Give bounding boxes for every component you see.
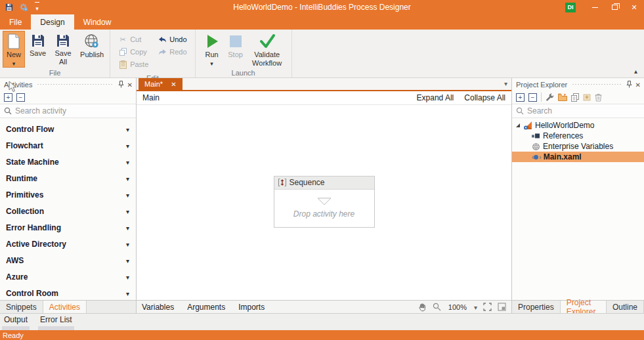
category-control-room[interactable]: Control Room xyxy=(0,285,136,300)
tab-error-list[interactable]: Error List xyxy=(38,315,74,331)
tree-node-enterprise-variables[interactable]: Enterprise Variables xyxy=(512,141,644,152)
cut-button[interactable]: ✂ Cut xyxy=(118,34,148,45)
collapse-all-groups-icon[interactable] xyxy=(16,93,25,102)
chevron-down-icon xyxy=(126,125,129,134)
menu-tab-design[interactable]: Design xyxy=(31,14,74,30)
ribbon-group-launch: Run Stop Validate Workflow Launch xyxy=(196,30,292,77)
category-runtime[interactable]: Runtime xyxy=(0,170,136,186)
save-all-button[interactable]: Save All xyxy=(51,31,75,68)
chevron-down-icon xyxy=(126,207,129,216)
close-panel-icon[interactable] xyxy=(635,81,641,89)
activities-search-input[interactable] xyxy=(15,106,132,116)
undo-button[interactable]: Undo xyxy=(158,34,186,45)
menu-tab-file[interactable]: File xyxy=(0,14,31,30)
redo-button[interactable]: Redo xyxy=(158,47,186,57)
expand-all-groups-icon[interactable] xyxy=(4,93,12,102)
save-icon[interactable] xyxy=(5,3,13,11)
fit-to-screen-icon[interactable] xyxy=(483,303,492,311)
stop-button[interactable]: Stop xyxy=(225,31,247,68)
chevron-down-icon xyxy=(126,240,129,249)
restore-button[interactable] xyxy=(605,0,624,14)
ribbon-group-file-label: File xyxy=(1,68,108,77)
tab-outline[interactable]: Outline xyxy=(607,301,644,313)
tab-project-explorer[interactable]: Project Explorer xyxy=(561,301,607,313)
run-button[interactable]: Run xyxy=(201,31,223,68)
zoom-dropdown-icon[interactable] xyxy=(474,303,477,312)
category-collection[interactable]: Collection xyxy=(0,203,136,219)
category-azure[interactable]: Azure xyxy=(0,268,136,285)
delete-trash-icon[interactable] xyxy=(595,93,602,102)
arguments-tab[interactable]: Arguments xyxy=(187,303,225,312)
minimize-button[interactable] xyxy=(585,0,605,14)
ribbon-group-launch-label: Launch xyxy=(197,68,290,77)
add-file-icon[interactable] xyxy=(583,93,591,101)
breadcrumb[interactable]: Main xyxy=(142,93,160,102)
category-primitives[interactable]: Primitives xyxy=(0,186,136,203)
expand-all-link[interactable]: Expand All xyxy=(417,93,454,102)
chevron-down-icon xyxy=(126,190,129,200)
category-state-machine[interactable]: State Machine xyxy=(0,154,136,170)
quick-access-toolbar xyxy=(0,2,39,12)
settings-gear-icon[interactable] xyxy=(20,3,28,12)
category-error-handling[interactable]: Error Handling xyxy=(0,219,136,236)
publish-globe-icon xyxy=(84,33,100,49)
open-folder-icon[interactable] xyxy=(558,93,567,101)
tab-snippets[interactable]: Snippets xyxy=(0,301,43,313)
tab-output[interactable]: Output xyxy=(2,315,30,331)
pin-icon[interactable] xyxy=(626,81,632,88)
close-button[interactable] xyxy=(624,0,644,14)
sequence-header[interactable]: Sequence xyxy=(274,176,374,189)
tab-main-xaml[interactable]: Main* xyxy=(139,78,182,90)
panel-grip[interactable] xyxy=(37,83,113,86)
pan-hand-icon[interactable] xyxy=(418,303,427,312)
tree-node-project-root[interactable]: HelloWorldDemo xyxy=(512,120,644,131)
chevron-down-icon xyxy=(126,141,129,150)
stop-square-icon xyxy=(228,33,243,49)
overview-icon[interactable] xyxy=(498,303,506,311)
collapse-all-tree-icon[interactable] xyxy=(528,93,537,102)
validate-workflow-button[interactable]: Validate Workflow xyxy=(248,31,286,68)
collapse-all-link[interactable]: Collapse All xyxy=(464,93,505,102)
category-flowchart[interactable]: Flowchart xyxy=(0,137,136,154)
project-search-input[interactable] xyxy=(527,106,640,116)
sequence-body[interactable]: Drop activity here xyxy=(274,189,374,226)
validate-check-icon xyxy=(259,33,276,49)
paste-button[interactable]: Paste xyxy=(118,59,148,70)
imports-tab[interactable]: Imports xyxy=(238,303,265,312)
copy-icon xyxy=(118,48,127,56)
tree-node-references[interactable]: References xyxy=(512,131,644,141)
tree-node-main-xaml[interactable]: ‹› Main.xaml xyxy=(512,152,644,162)
output-bar: Output Error List xyxy=(0,313,644,330)
tab-list-dropdown-icon[interactable] xyxy=(504,79,507,88)
qat-customize-dropdown-icon[interactable] xyxy=(35,2,39,12)
run-dropdown-caret-icon xyxy=(210,59,213,68)
copy-project-icon[interactable] xyxy=(571,93,579,102)
app-window: HelloWorldDemo - IntelliBuddies Process … xyxy=(0,0,644,340)
status-bar: Ready xyxy=(0,330,644,340)
variables-tab[interactable]: Variables xyxy=(142,303,174,312)
new-button[interactable]: New xyxy=(3,31,25,68)
tab-activities[interactable]: Activities xyxy=(43,301,87,313)
zoom-region-icon[interactable] xyxy=(433,303,441,311)
expand-all-tree-icon[interactable] xyxy=(516,93,525,102)
save-button[interactable]: Save xyxy=(26,31,49,68)
category-active-directory[interactable]: Active Directory xyxy=(0,236,136,252)
project-settings-wrench-icon[interactable] xyxy=(546,93,554,102)
copy-button[interactable]: Copy xyxy=(118,47,148,57)
tree-expanded-caret-icon[interactable] xyxy=(516,123,520,127)
sequence-activity[interactable]: Sequence Drop activity here xyxy=(274,175,375,227)
workflow-canvas[interactable]: Sequence Drop activity here xyxy=(137,105,511,300)
chevron-down-icon xyxy=(126,256,129,265)
panel-grip[interactable] xyxy=(572,83,621,86)
activities-panel: Activities Control Flow Flowchart xyxy=(0,78,137,313)
close-tab-icon[interactable] xyxy=(171,80,176,88)
new-file-icon xyxy=(7,33,20,49)
collapse-ribbon-button[interactable] xyxy=(634,66,637,75)
category-control-flow[interactable]: Control Flow xyxy=(0,121,136,137)
publish-button-label: Publish xyxy=(80,51,104,59)
tree-node-label: HelloWorldDemo xyxy=(535,121,594,130)
menu-tab-window[interactable]: Window xyxy=(74,14,121,30)
category-aws[interactable]: AWS xyxy=(0,252,136,268)
publish-button[interactable]: Publish xyxy=(77,31,107,68)
tab-properties[interactable]: Properties xyxy=(512,301,561,313)
